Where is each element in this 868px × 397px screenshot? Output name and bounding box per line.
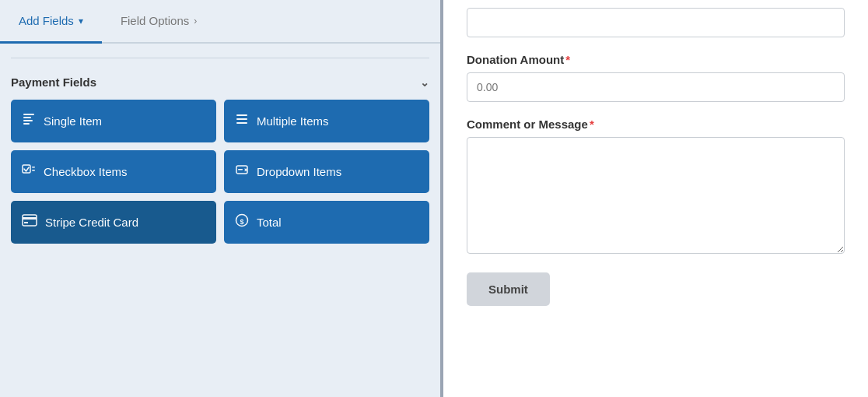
single-item-button[interactable]: Single Item bbox=[11, 100, 216, 142]
stripe-credit-card-label: Stripe Credit Card bbox=[45, 216, 138, 229]
svg-rect-6 bbox=[236, 122, 247, 124]
multiple-items-button[interactable]: Multiple Items bbox=[224, 100, 429, 142]
donation-required-star: * bbox=[565, 53, 570, 66]
svg-rect-0 bbox=[23, 114, 34, 115]
multiple-items-label: Multiple Items bbox=[257, 114, 329, 128]
tab-add-fields[interactable]: Add Fields ▾ bbox=[0, 0, 102, 44]
svg-rect-12 bbox=[23, 215, 37, 226]
checkbox-items-button[interactable]: Checkbox Items bbox=[11, 150, 216, 193]
svg-rect-1 bbox=[23, 117, 31, 118]
checkbox-items-label: Checkbox Items bbox=[44, 165, 128, 178]
comment-textarea[interactable] bbox=[467, 137, 845, 254]
svg-rect-8 bbox=[32, 167, 35, 168]
svg-rect-14 bbox=[24, 222, 28, 223]
left-panel: Add Fields ▾ Field Options › Payment Fie… bbox=[0, 0, 443, 397]
dropdown-items-label: Dropdown Items bbox=[257, 165, 341, 178]
right-panel: Donation Amount* Comment or Message* Sub… bbox=[443, 0, 868, 397]
total-icon: $ bbox=[235, 213, 249, 231]
single-item-label: Single Item bbox=[44, 114, 102, 128]
svg-rect-9 bbox=[32, 170, 35, 171]
svg-rect-4 bbox=[236, 114, 247, 116]
comment-label: Comment or Message* bbox=[467, 118, 845, 131]
field-options-label: Field Options bbox=[121, 14, 189, 27]
panel-content: Payment Fields ⌄ Single Item bbox=[0, 44, 440, 397]
checkbox-items-icon bbox=[22, 163, 36, 181]
top-divider bbox=[11, 58, 429, 58]
stripe-credit-card-icon bbox=[22, 214, 37, 230]
svg-rect-13 bbox=[23, 217, 37, 220]
field-options-chevron: › bbox=[194, 16, 197, 26]
multiple-items-icon bbox=[235, 112, 249, 130]
tab-bar: Add Fields ▾ Field Options › bbox=[0, 0, 440, 44]
svg-rect-5 bbox=[236, 118, 247, 120]
add-fields-label: Add Fields bbox=[19, 14, 74, 27]
payment-fields-label: Payment Fields bbox=[11, 76, 96, 89]
total-button[interactable]: $ Total bbox=[224, 201, 429, 244]
dropdown-items-icon bbox=[235, 163, 249, 181]
top-input-group bbox=[467, 8, 845, 37]
svg-rect-2 bbox=[23, 120, 33, 121]
fields-grid: Single Item Multiple Items bbox=[11, 100, 429, 256]
donation-amount-label: Donation Amount* bbox=[467, 53, 845, 66]
submit-button[interactable]: Submit bbox=[467, 272, 550, 306]
donation-amount-group: Donation Amount* bbox=[467, 53, 845, 102]
svg-text:$: $ bbox=[240, 218, 243, 226]
dropdown-items-button[interactable]: Dropdown Items bbox=[224, 150, 429, 193]
top-input-box bbox=[467, 8, 845, 37]
total-label: Total bbox=[257, 216, 282, 229]
add-fields-chevron: ▾ bbox=[79, 16, 83, 26]
svg-rect-3 bbox=[23, 123, 30, 125]
payment-fields-chevron: ⌄ bbox=[420, 76, 429, 89]
tab-field-options[interactable]: Field Options › bbox=[102, 0, 215, 44]
stripe-credit-card-button[interactable]: Stripe Credit Card bbox=[11, 201, 216, 244]
comment-group: Comment or Message* bbox=[467, 118, 845, 257]
svg-rect-11 bbox=[238, 169, 243, 170]
payment-fields-section[interactable]: Payment Fields ⌄ bbox=[11, 65, 429, 100]
comment-required-star: * bbox=[590, 118, 594, 131]
single-item-icon bbox=[22, 112, 36, 130]
donation-amount-input[interactable] bbox=[467, 72, 845, 102]
